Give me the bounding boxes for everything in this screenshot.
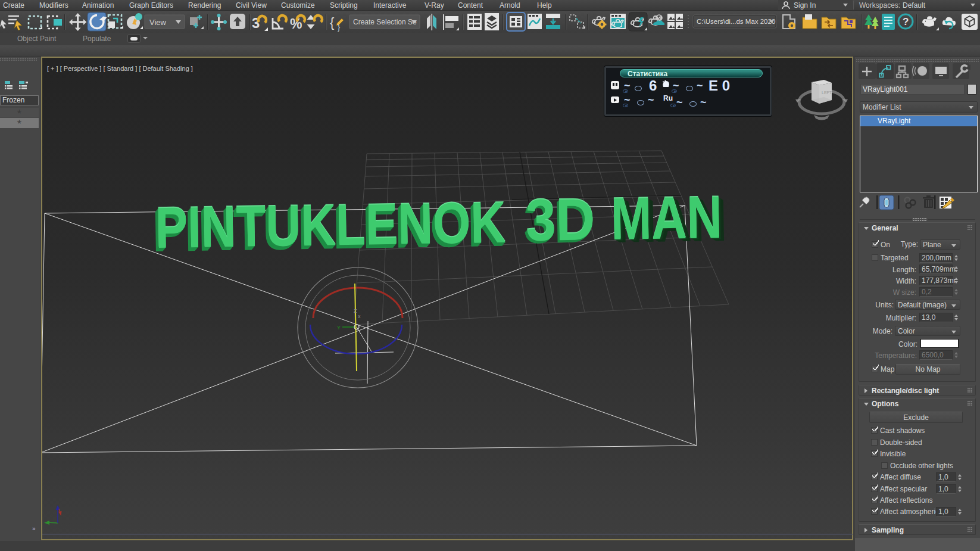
- svg-text:Y: Y: [337, 325, 341, 331]
- svg-text:?: ?: [903, 16, 909, 27]
- svg-text:Create Selection Se: Create Selection Se: [353, 18, 417, 26]
- svg-text:{: {: [330, 15, 334, 30]
- svg-text:LEFT: LEFT: [822, 91, 832, 95]
- svg-text:x: x: [358, 313, 361, 319]
- svg-text:}: }: [338, 23, 340, 32]
- svg-text:View: View: [149, 18, 167, 27]
- svg-text:C:\Users\di...ds Max 2020: C:\Users\di...ds Max 2020: [697, 18, 775, 25]
- svg-text:Z: Z: [354, 308, 357, 314]
